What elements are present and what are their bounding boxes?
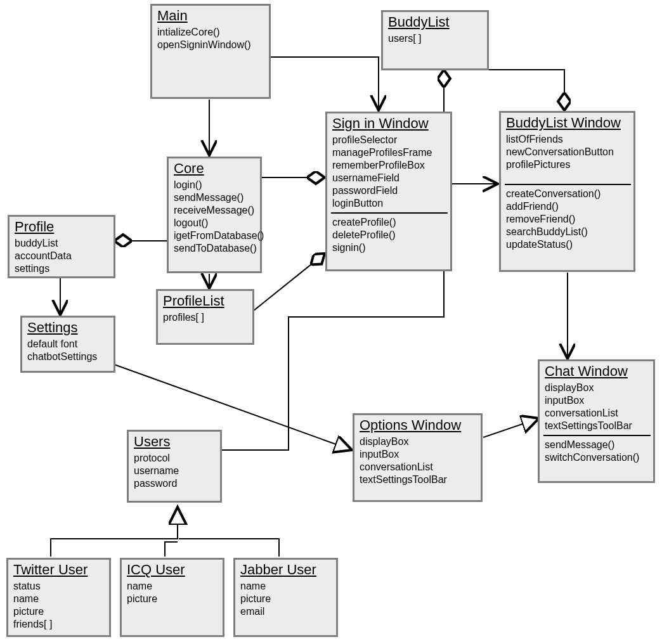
attr: intializeCore() xyxy=(157,26,265,39)
op: searchBuddyList() xyxy=(506,226,630,238)
attr: openSigninWindow() xyxy=(157,39,265,51)
attr: status xyxy=(13,580,105,593)
attr: buddyList xyxy=(15,237,110,250)
class-signin-window: Sign in Window profileSelector managePro… xyxy=(325,112,452,271)
class-options-window: Options Window displayBox inputBox conve… xyxy=(353,413,483,502)
attr: picture xyxy=(13,605,105,618)
class-title: Sign in Window xyxy=(332,115,446,134)
attr: conversationList xyxy=(360,461,477,473)
attr: name xyxy=(127,580,219,593)
class-title: Users xyxy=(134,433,216,452)
attr: displayBox xyxy=(545,382,649,394)
attr: igetFromDatabase() xyxy=(174,229,256,242)
attr: rememberProfileBox xyxy=(332,159,446,172)
class-title: BuddyList Window xyxy=(506,114,630,133)
attr: conversationList xyxy=(545,407,649,420)
op: removeFriend() xyxy=(506,213,630,226)
attr: inputBox xyxy=(545,394,649,407)
class-title: Jabber User xyxy=(240,561,332,580)
class-title: Core xyxy=(174,160,256,179)
op: createConversation() xyxy=(506,188,630,200)
class-icq-user: ICQ User name picture xyxy=(120,558,224,637)
attr: displayBox xyxy=(360,435,477,448)
class-profile: Profile buddyList accountData settings xyxy=(8,215,115,278)
attr: sendMessage() xyxy=(174,191,256,204)
separator xyxy=(543,435,651,436)
attr: accountData xyxy=(15,250,110,262)
attr: usernameField xyxy=(332,172,446,184)
class-jabber-user: Jabber User name picture email xyxy=(233,558,338,637)
attr: loginButton xyxy=(332,197,446,210)
class-title: Settings xyxy=(27,319,110,338)
class-title: Chat Window xyxy=(545,363,649,382)
op: switchConversation() xyxy=(545,451,649,464)
class-twitter-user: Twitter User status name picture friends… xyxy=(6,558,111,637)
class-main: Main intializeCore() openSigninWindow() xyxy=(150,4,271,99)
attr: newConversationButton xyxy=(506,146,630,158)
attr: picture xyxy=(127,593,219,605)
class-title: Options Window xyxy=(360,416,477,435)
class-title: Main xyxy=(157,7,265,26)
op: sendMessage() xyxy=(545,439,649,451)
separator xyxy=(331,212,448,214)
attr: profileSelector xyxy=(332,134,446,146)
op: signin() xyxy=(332,242,446,254)
attr: friends[ ] xyxy=(13,618,105,631)
attr: listOfFriends xyxy=(506,133,630,146)
class-buddylist-window: BuddyList Window listOfFriends newConver… xyxy=(499,111,635,272)
attr: protocol xyxy=(134,452,216,465)
class-settings: Settings default font chatbotSettings xyxy=(20,316,115,373)
attr: profiles[ ] xyxy=(163,311,249,324)
attr: email xyxy=(240,605,332,618)
attr: logout() xyxy=(174,217,256,229)
class-title: ICQ User xyxy=(127,561,219,580)
attr: textSettingsToolBar xyxy=(545,420,649,432)
attr: settings xyxy=(15,262,110,275)
attr: default font xyxy=(27,338,110,351)
attr: picture xyxy=(240,593,332,605)
attr: passwordField xyxy=(332,184,446,197)
uml-canvas: Main intializeCore() openSigninWindow() … xyxy=(0,0,669,644)
attr: users[ ] xyxy=(388,32,483,45)
attr: manageProfilesFrame xyxy=(332,146,446,159)
class-title: Twitter User xyxy=(13,561,105,580)
attr: inputBox xyxy=(360,448,477,461)
attr: name xyxy=(240,580,332,593)
op: createProfile() xyxy=(332,216,446,229)
attr: profilePictures xyxy=(506,158,630,171)
attr: receiveMessage() xyxy=(174,204,256,217)
separator xyxy=(505,184,631,185)
op: updateStatus() xyxy=(506,238,630,251)
attr: username xyxy=(134,465,216,477)
attr: name xyxy=(13,593,105,605)
op: addFriend() xyxy=(506,200,630,213)
attr: login() xyxy=(174,179,256,191)
class-title: ProfileList xyxy=(163,292,249,311)
class-buddylist: BuddyList users[ ] xyxy=(381,10,489,70)
attr: chatbotSettings xyxy=(27,351,110,363)
class-core: Core login() sendMessage() receiveMessag… xyxy=(167,157,262,273)
op: deleteProfile() xyxy=(332,229,446,242)
class-profilelist: ProfileList profiles[ ] xyxy=(156,289,254,345)
attr: sendToDatabase() xyxy=(174,242,256,255)
attr: password xyxy=(134,477,216,490)
class-title: Profile xyxy=(15,218,110,237)
class-chat-window: Chat Window displayBox inputBox conversa… xyxy=(538,359,655,483)
class-users: Users protocol username password xyxy=(127,430,222,503)
attr: textSettingsToolBar xyxy=(360,473,477,486)
class-title: BuddyList xyxy=(388,13,483,32)
